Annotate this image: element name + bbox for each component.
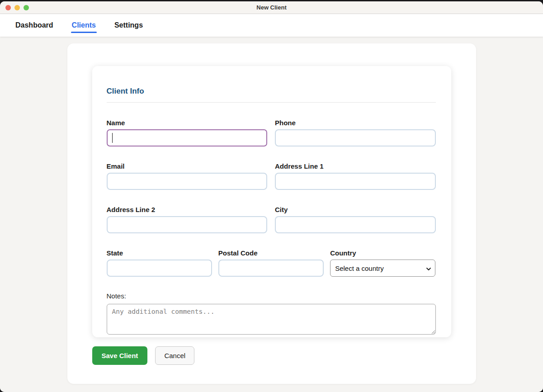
- field-country: Country Select a country: [330, 249, 435, 277]
- state-label: State: [107, 249, 212, 257]
- nav-item-settings[interactable]: Settings: [114, 21, 143, 29]
- email-input[interactable]: [107, 173, 268, 190]
- field-notes: Notes:: [107, 292, 436, 336]
- nav-item-dashboard[interactable]: Dashboard: [15, 21, 53, 29]
- name-input[interactable]: [107, 129, 268, 146]
- field-phone: Phone: [275, 119, 436, 146]
- field-state: State: [107, 249, 212, 277]
- field-name: Name: [107, 119, 268, 146]
- phone-label: Phone: [275, 119, 436, 127]
- client-info-card: Client Info Name Phone: [92, 66, 451, 337]
- state-input[interactable]: [107, 260, 212, 277]
- postal-code-input[interactable]: [218, 260, 324, 277]
- field-postal-code: Postal Code: [218, 249, 324, 277]
- window-title: New Client: [0, 4, 543, 11]
- save-client-button[interactable]: Save Client: [92, 346, 148, 365]
- field-email: Email: [107, 162, 268, 190]
- section-title: Client Info: [107, 87, 436, 103]
- country-select[interactable]: Select a country: [330, 260, 435, 277]
- nav-bar: Dashboard Clients Settings: [0, 14, 543, 37]
- postal-code-label: Postal Code: [218, 249, 324, 257]
- app-window: New Client Dashboard Clients Settings Cl…: [0, 1, 543, 392]
- content-card: Client Info Name Phone: [67, 43, 476, 384]
- name-label: Name: [107, 119, 268, 127]
- notes-textarea[interactable]: [107, 304, 436, 335]
- text-caret: [112, 133, 113, 143]
- field-address2: Address Line 2: [107, 206, 268, 233]
- field-address1: Address Line 1: [275, 162, 436, 190]
- address2-input[interactable]: [107, 216, 268, 233]
- form-actions: Save Client Cancel: [92, 346, 476, 365]
- field-city: City: [275, 206, 436, 233]
- nav-item-clients[interactable]: Clients: [72, 21, 96, 29]
- page-background: Client Info Name Phone: [0, 37, 543, 392]
- titlebar: New Client: [0, 1, 543, 14]
- cancel-button[interactable]: Cancel: [155, 346, 194, 365]
- email-label: Email: [107, 162, 268, 170]
- address1-input[interactable]: [275, 173, 436, 190]
- country-label: Country: [330, 249, 435, 257]
- city-input[interactable]: [275, 216, 436, 233]
- city-label: City: [275, 206, 436, 213]
- notes-label: Notes:: [107, 292, 436, 300]
- address1-label: Address Line 1: [275, 162, 436, 170]
- address2-label: Address Line 2: [107, 206, 268, 213]
- phone-input[interactable]: [275, 129, 436, 146]
